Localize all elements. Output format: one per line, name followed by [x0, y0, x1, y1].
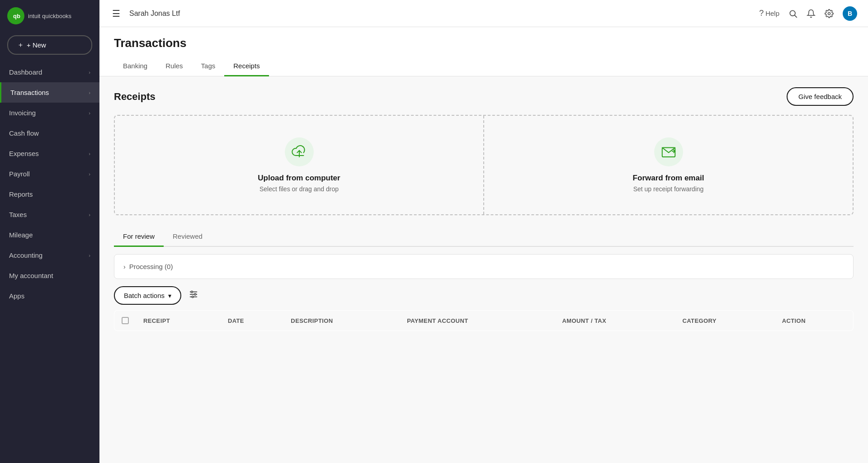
sidebar: qb intuit quickbooks ＋ + New Dashboard ›…: [0, 0, 99, 463]
topbar: ☰ Sarah Jonas Ltf ? Help: [99, 0, 868, 27]
page-header: Transactions Banking Rules Tags Receipts: [99, 27, 868, 76]
quickbooks-logo-icon: qb: [7, 7, 24, 24]
review-tabs: For review Reviewed: [114, 228, 854, 247]
sidebar-item-label: Payroll: [9, 170, 30, 178]
sidebar-item-my-accountant[interactable]: My accountant: [0, 265, 99, 286]
quickbooks-brand-text: intuit quickbooks: [28, 13, 71, 19]
page-content: Transactions Banking Rules Tags Receipts…: [99, 27, 868, 463]
gear-icon: [825, 9, 834, 18]
tab-tags[interactable]: Tags: [192, 57, 225, 76]
search-button[interactable]: [788, 9, 797, 18]
user-avatar-button[interactable]: B: [843, 6, 857, 21]
hamburger-button[interactable]: ☰: [110, 6, 122, 21]
chevron-right-icon: ›: [89, 151, 90, 156]
page-tabs: Banking Rules Tags Receipts: [114, 57, 854, 76]
table-header-amount-tax: AMOUNT / TAX: [555, 311, 675, 331]
tab-rules[interactable]: Rules: [156, 57, 192, 76]
sidebar-item-reports[interactable]: Reports: [0, 184, 99, 204]
chevron-right-icon: ›: [123, 263, 126, 270]
upload-card-title: Upload from computer: [258, 174, 340, 183]
sidebar-item-mileage[interactable]: Mileage: [0, 225, 99, 245]
svg-point-11: [194, 293, 196, 295]
give-feedback-button[interactable]: Give feedback: [787, 87, 854, 106]
upload-from-computer-card[interactable]: Upload from computer Select files or dra…: [115, 116, 484, 214]
table-header-description: DESCRIPTION: [283, 311, 400, 331]
sidebar-item-label: Dashboard: [9, 68, 42, 76]
settings-button[interactable]: [825, 9, 834, 18]
chevron-right-icon: ›: [89, 70, 90, 75]
chevron-down-icon: ▾: [168, 292, 171, 299]
company-name: Sarah Jonas Ltf: [129, 9, 752, 18]
sidebar-item-transactions[interactable]: Transactions ›: [0, 82, 99, 103]
sidebar-item-label: Apps: [9, 292, 24, 300]
upload-cards-container: Upload from computer Select files or dra…: [114, 115, 854, 215]
batch-actions-button[interactable]: Batch actions ▾: [114, 286, 181, 305]
search-icon: [788, 9, 797, 18]
new-button[interactable]: ＋ + New: [7, 35, 92, 55]
table-header-category: CATEGORY: [675, 311, 774, 331]
chevron-right-icon: ›: [89, 253, 90, 258]
email-icon-container: [654, 137, 683, 166]
help-circle-icon: ?: [759, 9, 764, 18]
sidebar-item-cashflow[interactable]: Cash flow: [0, 123, 99, 143]
svg-point-12: [192, 296, 193, 298]
table-header-checkbox: [114, 311, 137, 331]
receipts-header: Receipts Give feedback: [114, 87, 854, 106]
bell-icon: [807, 9, 816, 18]
sidebar-item-invoicing[interactable]: Invoicing ›: [0, 103, 99, 123]
batch-actions-row: Batch actions ▾: [114, 286, 854, 305]
sidebar-item-label: Reports: [9, 190, 33, 198]
sidebar-nav: Dashboard › Transactions › Invoicing › C…: [0, 62, 99, 463]
chevron-right-icon: ›: [89, 90, 90, 95]
filter-button[interactable]: [189, 289, 198, 302]
forward-from-email-card[interactable]: Forward from email Set up receipt forwar…: [484, 116, 853, 214]
main-content: ☰ Sarah Jonas Ltf ? Help: [99, 0, 868, 463]
tab-receipts[interactable]: Receipts: [224, 57, 269, 76]
svg-text:qb: qb: [13, 13, 20, 19]
processing-label: Processing (0): [129, 263, 173, 270]
sidebar-item-expenses[interactable]: Expenses ›: [0, 143, 99, 164]
sidebar-item-label: Mileage: [9, 231, 33, 239]
svg-line-3: [795, 15, 797, 17]
tab-for-review[interactable]: For review: [114, 228, 164, 247]
email-card-title: Forward from email: [633, 174, 704, 183]
page-body: Receipts Give feedback Upload from compu…: [99, 76, 868, 342]
page-title: Transactions: [114, 36, 854, 50]
upload-cloud-icon-container: [285, 137, 314, 166]
filter-sliders-icon: [189, 289, 198, 299]
batch-actions-label: Batch actions: [124, 292, 165, 299]
plus-icon: ＋: [17, 41, 24, 49]
help-button[interactable]: ? Help: [759, 9, 779, 18]
tab-banking[interactable]: Banking: [114, 57, 156, 76]
sidebar-item-accounting[interactable]: Accounting ›: [0, 245, 99, 265]
help-label: Help: [765, 9, 779, 17]
select-all-checkbox[interactable]: [122, 317, 129, 324]
receipts-title: Receipts: [114, 91, 156, 103]
sidebar-item-label: My accountant: [9, 272, 53, 279]
table-header-payment-account: PAYMENT ACCOUNT: [400, 311, 555, 331]
email-forward-icon: [660, 143, 677, 161]
new-button-label: + New: [27, 41, 46, 49]
upload-card-subtitle: Select files or drag and drop: [259, 185, 339, 193]
sidebar-item-taxes[interactable]: Taxes ›: [0, 204, 99, 225]
sidebar-item-payroll[interactable]: Payroll ›: [0, 164, 99, 184]
sidebar-item-apps[interactable]: Apps: [0, 286, 99, 306]
chevron-right-icon: ›: [89, 110, 90, 116]
email-card-subtitle: Set up receipt forwarding: [633, 185, 704, 193]
sidebar-item-label: Taxes: [9, 211, 27, 218]
svg-point-10: [191, 291, 193, 293]
sidebar-item-label: Transactions: [10, 89, 49, 96]
svg-point-4: [828, 12, 830, 14]
sidebar-logo: qb intuit quickbooks: [0, 0, 99, 32]
sidebar-item-dashboard[interactable]: Dashboard ›: [0, 62, 99, 82]
processing-row[interactable]: › Processing (0): [114, 254, 854, 279]
tab-reviewed[interactable]: Reviewed: [164, 228, 212, 247]
chevron-right-icon: ›: [89, 212, 90, 217]
notifications-button[interactable]: [807, 9, 816, 18]
table-header-date: DATE: [221, 311, 283, 331]
sidebar-item-label: Cash flow: [9, 129, 39, 137]
table-header-receipt: RECEIPT: [136, 311, 221, 331]
sidebar-item-label: Accounting: [9, 251, 42, 259]
sidebar-item-label: Invoicing: [9, 109, 36, 117]
topbar-icons: ? Help B: [759, 6, 857, 21]
